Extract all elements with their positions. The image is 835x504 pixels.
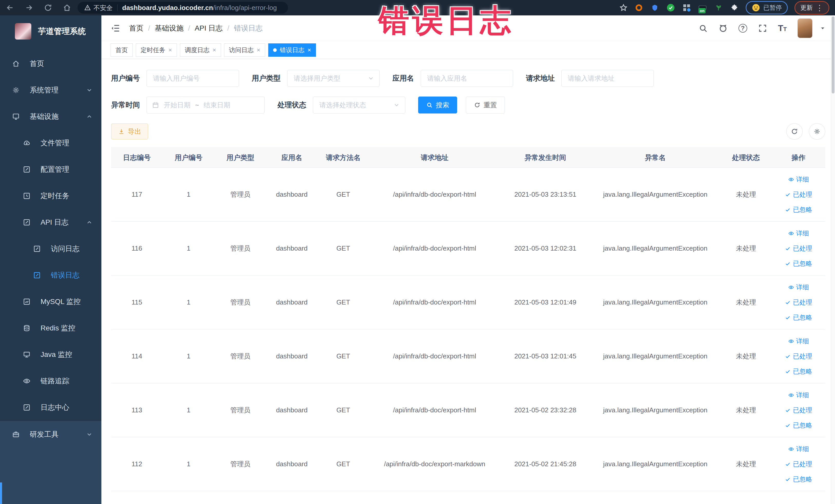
update-button[interactable]: 更新 ⋮ [794, 1, 829, 15]
user-type-select[interactable]: 请选择用户类型 [287, 70, 380, 87]
extension-grid-icon[interactable] [682, 3, 691, 12]
eye-icon [23, 377, 31, 385]
extension-shield-icon[interactable] [650, 3, 659, 12]
sidebar-toggle-icon[interactable] [110, 23, 120, 33]
reload-icon[interactable] [44, 3, 53, 12]
detail-link[interactable]: 详细 [788, 337, 809, 345]
sidebar-item-config-manage[interactable]: 配置管理 [0, 156, 101, 183]
column-settings-button[interactable] [809, 123, 825, 140]
app-name-input[interactable] [421, 70, 513, 87]
date-end-placeholder: 结束日期 [204, 101, 230, 109]
sidebar-item-trace[interactable]: 链路追踪 [0, 368, 101, 394]
date-range-input[interactable]: 开始日期 ~ 结束日期 [147, 97, 265, 114]
forward-icon[interactable] [25, 3, 33, 12]
github-icon[interactable] [718, 24, 728, 33]
extension-switch-icon[interactable]: on [698, 3, 707, 12]
cell-request-url: /api/infra/db-doc/export-html [369, 352, 500, 360]
sidebar-scrollbar-thumb[interactable] [0, 482, 2, 504]
sidebar-item-dev-tools[interactable]: 研发工具 [0, 421, 101, 448]
page-scrollbar[interactable] [831, 15, 835, 504]
tab-access-log[interactable]: 访问日志 × [224, 43, 265, 57]
tab-cron-job[interactable]: 定时任务 × [136, 43, 177, 57]
mark-processed-link[interactable]: 已处理 [785, 298, 812, 306]
tab-error-log[interactable]: 错误日志 × [268, 43, 316, 57]
browser-actions: on 已暂停 更新 ⋮ [619, 1, 829, 15]
breadcrumb-infra[interactable]: 基础设施 [155, 23, 184, 33]
mark-processed-link[interactable]: 已处理 [785, 190, 812, 199]
user-id-input[interactable] [147, 70, 239, 87]
bookmark-star-icon[interactable] [619, 4, 628, 12]
address-bar[interactable]: 不安全 dashboard.yudao.iocoder.cn/infra/log… [78, 2, 288, 14]
filter-row-2: 异常时间 开始日期 ~ 结束日期 处理状态 请选择处理状态 [111, 97, 825, 114]
sidebar-item-label: 研发工具 [30, 429, 59, 439]
update-label: 更新 [800, 4, 813, 12]
sidebar-item-system[interactable]: 系统管理 [0, 77, 101, 103]
detail-link[interactable]: 详细 [788, 391, 809, 399]
detail-link[interactable]: 详细 [788, 175, 809, 184]
button-label: 导出 [128, 127, 141, 136]
profile-paused-pill[interactable]: 已暂停 [746, 1, 788, 14]
mark-processed-link[interactable]: 已处理 [785, 406, 812, 415]
close-icon[interactable]: × [168, 47, 172, 53]
detail-link[interactable]: 详细 [788, 445, 809, 453]
sidebar-item-file-manage[interactable]: 文件管理 [0, 130, 101, 156]
cell-status: 未处理 [720, 298, 772, 307]
caret-down-icon[interactable] [820, 25, 826, 31]
extension-plant-icon[interactable] [714, 3, 723, 12]
close-icon[interactable]: × [307, 47, 311, 53]
sidebar-item-infra[interactable]: 基础设施 [0, 103, 101, 130]
font-size-icon[interactable]: TT [778, 23, 787, 33]
sidebar-item-home[interactable]: 首页 [0, 50, 101, 77]
mark-processed-link[interactable]: 已处理 [785, 244, 812, 253]
search-icon[interactable] [698, 24, 708, 33]
breadcrumb-api-log[interactable]: API 日志 [195, 23, 223, 33]
cell-status: 未处理 [720, 352, 772, 361]
sidebar-item-api-log[interactable]: API 日志 [0, 209, 101, 236]
extension-puzzle-icon[interactable] [730, 3, 739, 12]
cell-request-url: /api/infra/db-doc/export-markdown [369, 460, 500, 468]
sidebar-item-cron-job[interactable]: 定时任务 [0, 183, 101, 209]
sidebar-item-log-center[interactable]: 日志中心 [0, 394, 101, 421]
search-button[interactable]: 搜索 [418, 97, 457, 114]
tab-schedule-log[interactable]: 调度日志 × [180, 43, 221, 57]
close-icon[interactable]: × [257, 47, 260, 53]
sidebar-item-redis-monitor[interactable]: Redis 监控 [0, 315, 101, 341]
sidebar-item-mysql-monitor[interactable]: MySQL 监控 [0, 288, 101, 315]
user-avatar[interactable] [797, 19, 812, 38]
browser-menu-icon[interactable]: ⋮ [816, 3, 823, 12]
refresh-table-button[interactable] [786, 123, 803, 140]
extension-orange-icon[interactable] [634, 3, 644, 12]
reset-button[interactable]: 重置 [466, 97, 505, 114]
sidebar-item-java-monitor[interactable]: Java 监控 [0, 341, 101, 368]
export-button[interactable]: 导出 [111, 123, 148, 139]
cell-log-id: 114 [111, 352, 162, 360]
breadcrumb-home[interactable]: 首页 [129, 23, 143, 33]
scrollbar-thumb[interactable] [832, 16, 834, 94]
logo-row[interactable]: 芋道管理系统 [0, 15, 101, 44]
mark-processed-link[interactable]: 已处理 [785, 352, 812, 361]
close-icon[interactable]: × [212, 47, 216, 53]
request-url-input[interactable] [562, 70, 654, 87]
detail-link[interactable]: 详细 [788, 229, 809, 238]
fullscreen-icon[interactable] [758, 24, 767, 33]
detail-link[interactable]: 详细 [788, 283, 809, 291]
sidebar-item-error-log[interactable]: 错误日志 [0, 262, 101, 288]
mark-ignored-link[interactable]: 已忽略 [785, 205, 812, 214]
security-status[interactable]: 不安全 [84, 4, 113, 12]
check-icon [785, 368, 791, 375]
extension-green-check-icon[interactable] [666, 3, 675, 12]
mark-ignored-link[interactable]: 已忽略 [785, 475, 812, 483]
home-icon[interactable] [63, 3, 72, 12]
mark-ignored-link[interactable]: 已忽略 [785, 313, 812, 322]
eye-icon [788, 446, 794, 452]
back-icon[interactable] [6, 3, 14, 12]
process-status-select[interactable]: 请选择处理状态 [313, 97, 405, 114]
help-icon[interactable]: ? [738, 24, 747, 33]
field-label: 请求地址 [526, 74, 555, 83]
mark-processed-link[interactable]: 已处理 [785, 460, 812, 468]
mark-ignored-link[interactable]: 已忽略 [785, 367, 812, 376]
mark-ignored-link[interactable]: 已忽略 [785, 421, 812, 429]
tab-home[interactable]: 首页 [110, 43, 133, 57]
mark-ignored-link[interactable]: 已忽略 [785, 259, 812, 268]
sidebar-item-access-log[interactable]: 访问日志 [0, 236, 101, 262]
